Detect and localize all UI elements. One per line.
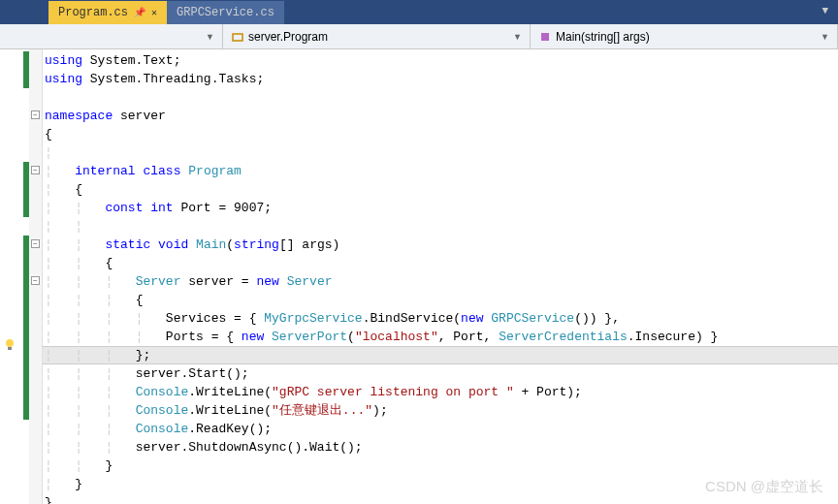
code-line	[45, 88, 838, 107]
code-line: ¦ ¦ ¦ Console.ReadKey();	[45, 420, 838, 438]
svg-rect-3	[8, 347, 12, 350]
breadcrumb-label: Main(string[] args)	[556, 30, 650, 44]
close-icon[interactable]: ✕	[151, 7, 157, 18]
fold-toggle[interactable]: −	[31, 110, 40, 119]
tab-inactive[interactable]: GRPCService.cs	[167, 1, 284, 24]
code-line: ¦ ¦ ¦ ¦ Ports = { new ServerPort("localh…	[45, 328, 838, 346]
svg-rect-1	[541, 33, 549, 41]
code-line: ¦ ¦ {	[45, 254, 838, 272]
code-line: ¦ ¦ const int Port = 9007;	[45, 199, 838, 217]
chevron-down-icon: ▼	[821, 32, 829, 42]
method-icon	[538, 30, 552, 44]
breadcrumb-method[interactable]: Main(string[] args) ▼	[531, 24, 838, 48]
tab-active[interactable]: Program.cs 📌 ✕	[48, 1, 167, 24]
fold-toggle[interactable]: −	[31, 166, 40, 174]
code-line: ¦ ¦ ¦ server.ShutdownAsync().Wait();	[45, 438, 838, 457]
code-line: ¦ ¦ ¦ Console.WriteLine("gRPC server lis…	[45, 383, 838, 401]
code-line: ¦ internal class Program	[45, 162, 838, 180]
code-line: ¦ ¦ ¦ ¦ Services = { MyGrpcService.BindS…	[45, 309, 838, 328]
code-line: ¦ ¦ ¦ server.Start();	[45, 364, 838, 383]
code-line: ¦ {	[45, 180, 838, 199]
code-line: ¦ ¦ ¦ Server server = new Server	[45, 272, 838, 291]
chevron-down-icon: ▼	[513, 32, 522, 42]
code-line: ¦ ¦	[45, 217, 838, 236]
code-area[interactable]: using System.Text; using System.Threadin…	[43, 49, 838, 504]
gutter: − − − −	[29, 49, 43, 504]
breadcrumb-project[interactable]: ▼	[0, 24, 223, 48]
left-margin	[0, 49, 29, 504]
lightbulb-icon[interactable]	[3, 338, 16, 352]
svg-rect-0	[233, 34, 242, 41]
code-line: ¦ ¦ }	[45, 457, 838, 475]
code-line: ¦ ¦ ¦ Console.WriteLine("任意键退出...");	[45, 401, 838, 420]
pin-icon[interactable]: 📌	[134, 7, 145, 18]
code-line: ¦ ¦ ¦ {	[45, 291, 838, 309]
code-line: using System.Threading.Tasks;	[45, 70, 838, 88]
class-icon	[231, 30, 244, 44]
breadcrumb-bar: ▼ server.Program ▼ Main(string[] args) ▼	[0, 24, 838, 49]
watermark: CSDN @虚空道长	[705, 478, 823, 496]
code-line: using System.Text;	[45, 51, 838, 70]
fold-toggle[interactable]: −	[31, 276, 40, 285]
dropdown-icon[interactable]: ▼	[822, 5, 828, 16]
breadcrumb-label: server.Program	[248, 30, 328, 44]
code-line: {	[45, 125, 838, 143]
fold-toggle[interactable]: −	[31, 239, 40, 248]
code-line: ¦ ¦ ¦ };	[45, 346, 838, 364]
code-line: ¦	[45, 143, 838, 162]
breadcrumb-class[interactable]: server.Program ▼	[223, 24, 531, 48]
svg-point-2	[6, 339, 14, 347]
tabs-bar: Program.cs 📌 ✕ GRPCService.cs ▼	[0, 0, 838, 24]
chevron-down-icon: ▼	[206, 32, 214, 42]
editor: − − − − using System.Text; using System.…	[0, 49, 838, 504]
tab-label: Program.cs	[58, 6, 128, 19]
code-line: ¦ ¦ static void Main(string[] args)	[45, 236, 838, 254]
tab-label: GRPCService.cs	[177, 6, 274, 19]
code-line: namespace server	[45, 107, 838, 125]
